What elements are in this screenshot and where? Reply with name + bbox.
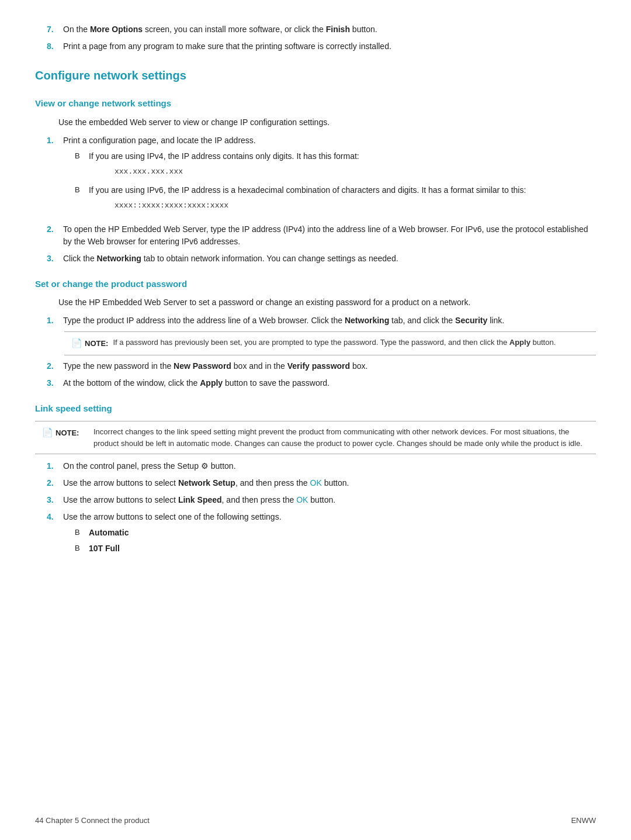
view-change-intro: Use the embedded Web server to view or c… xyxy=(58,116,596,129)
item-num-8: 8. xyxy=(47,40,63,53)
link-content-4: Use the arrow buttons to select one of t… xyxy=(63,511,596,558)
link-content-3: Use the arrow buttons to select Link Spe… xyxy=(63,494,596,506)
bold-networking-2: Networking xyxy=(345,316,389,325)
note-text-2: Incorrect changes to the link speed sett… xyxy=(93,426,589,449)
bold-more-options: More Options xyxy=(90,25,143,34)
bullet-b-1a: B xyxy=(75,150,89,162)
link-item-1: 1. On the control panel, press the Setup… xyxy=(47,460,596,472)
bold-automatic: Automatic xyxy=(89,527,129,539)
item-num-7: 7. xyxy=(47,23,63,36)
view-content-2: To open the HP Embedded Web Server, type… xyxy=(63,223,596,248)
view-num-3: 3. xyxy=(47,253,63,265)
code-ipv4: xxx.xxx.xxx.xxx xyxy=(115,166,359,178)
bold-apply-2: Apply xyxy=(200,378,223,388)
password-note-box: 📄 NOTE: If a password has previously bee… xyxy=(64,331,596,355)
link-item-2: 2. Use the arrow buttons to select Netwo… xyxy=(47,477,596,489)
note-icon-1: 📄 NOTE: xyxy=(71,337,108,350)
note-icon-2: 📄 NOTE: xyxy=(42,426,89,440)
bold-security: Security xyxy=(455,316,487,325)
link-content-2: Use the arrow buttons to select Network … xyxy=(63,477,596,489)
view-sub-list-1: B If you are using IPv4, the IP address … xyxy=(75,150,596,215)
top-item-8: 8. Print a page from any program to make… xyxy=(47,40,596,53)
bold-new-password: New Password xyxy=(174,361,231,371)
view-item-2: 2. To open the HP Embedded Web Server, t… xyxy=(47,223,596,248)
note-text-1: If a password has previously been set, y… xyxy=(113,337,589,348)
view-content-3: Click the Networking tab to obtain netwo… xyxy=(63,253,596,265)
link-num-4: 4. xyxy=(47,511,63,558)
footer-right: ENWW xyxy=(571,815,596,827)
view-change-list: 1. Print a configuration page, and locat… xyxy=(35,134,596,265)
set-content-3: At the bottom of the window, click the A… xyxy=(63,377,596,389)
view-sub-1b: B If you are using IPv6, the IP address … xyxy=(75,184,596,215)
item-content-8: Print a page from any program to make su… xyxy=(63,40,596,53)
bullet-b-1b: B xyxy=(75,184,89,196)
set-num-2: 2. xyxy=(47,360,63,372)
view-num-2: 2. xyxy=(47,223,63,248)
link-item-4: 4. Use the arrow buttons to select one o… xyxy=(47,511,596,558)
set-content-2: Type the new password in the New Passwor… xyxy=(63,360,596,372)
bullet-b-auto: B xyxy=(75,527,89,538)
view-sub-text-1a: If you are using IPv4, the IP address co… xyxy=(89,150,359,181)
set-change-list: 1. Type the product IP address into the … xyxy=(35,314,596,327)
set-item-2: 2. Type the new password in the New Pass… xyxy=(47,360,596,372)
view-item-1: 1. Print a configuration page, and locat… xyxy=(47,134,596,219)
code-ipv6: xxxx::xxxx:xxxx:xxxx:xxxx xyxy=(115,200,526,212)
view-sub-1a: B If you are using IPv4, the IP address … xyxy=(75,150,596,181)
bold-apply-1: Apply xyxy=(509,338,531,347)
link-num-3: 3. xyxy=(47,494,63,506)
link-sub-10t: B 10T Full xyxy=(75,542,596,555)
set-item-1: 1. Type the product IP address into the … xyxy=(47,314,596,327)
link-num-1: 1. xyxy=(47,460,63,472)
set-change-intro: Use the HP Embedded Web Server to set a … xyxy=(58,296,596,309)
bold-verify-password: Verify password xyxy=(287,361,350,371)
footer-left: 44 Chapter 5 Connect the product xyxy=(35,815,150,827)
top-items: 7. On the More Options screen, you can i… xyxy=(35,23,596,53)
link-sub-auto: B Automatic xyxy=(75,527,596,539)
note-label-1: NOTE: xyxy=(85,338,108,350)
bullet-b-10t: B xyxy=(75,542,89,554)
bold-10t-full: 10T Full xyxy=(89,542,120,555)
bold-network-setup: Network Setup xyxy=(178,478,235,488)
set-num-3: 3. xyxy=(47,377,63,389)
page-footer: 44 Chapter 5 Connect the product ENWW xyxy=(0,815,631,827)
bold-link-speed: Link Speed xyxy=(178,495,222,504)
set-item-3: 3. At the bottom of the window, click th… xyxy=(47,377,596,389)
set-content-1: Type the product IP address into the add… xyxy=(63,314,596,327)
note-label-2: NOTE: xyxy=(56,427,79,439)
view-item-3: 3. Click the Networking tab to obtain ne… xyxy=(47,253,596,265)
view-content-1: Print a configuration page, and locate t… xyxy=(63,134,596,219)
link-speed-list: 1. On the control panel, press the Setup… xyxy=(35,460,596,558)
view-num-1: 1. xyxy=(47,134,63,219)
link-item-3: 3. Use the arrow buttons to select Link … xyxy=(47,494,596,506)
top-item-7: 7. On the More Options screen, you can i… xyxy=(47,23,596,36)
item-content-7: On the More Options screen, you can inst… xyxy=(63,23,596,36)
set-num-1: 1. xyxy=(47,314,63,327)
configure-section-title: Configure network settings xyxy=(35,67,596,84)
link-num-2: 2. xyxy=(47,477,63,489)
view-text-1: Print a configuration page, and locate t… xyxy=(63,136,256,145)
bold-finish: Finish xyxy=(326,25,350,34)
note-doc-icon-2: 📄 xyxy=(42,426,53,440)
set-change-list-2: 2. Type the new password in the New Pass… xyxy=(35,360,596,389)
view-sub-text-1b: If you are using IPv6, the IP address is… xyxy=(89,184,526,215)
set-change-subtitle: Set or change the product password xyxy=(35,278,596,291)
ok-1: OK xyxy=(310,478,322,488)
bold-networking-1: Networking xyxy=(97,254,141,263)
link-speed-note-box: 📄 NOTE: Incorrect changes to the link sp… xyxy=(35,421,596,454)
note-doc-icon: 📄 xyxy=(71,337,82,350)
link-sub-list: B Automatic B 10T Full xyxy=(75,527,596,555)
ok-2: OK xyxy=(296,495,308,504)
link-content-1: On the control panel, press the Setup ⚙ … xyxy=(63,460,596,472)
view-change-subtitle: View or change network settings xyxy=(35,97,596,110)
link-speed-subtitle: Link speed setting xyxy=(35,402,596,416)
